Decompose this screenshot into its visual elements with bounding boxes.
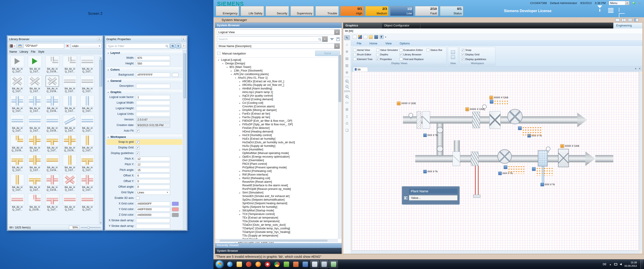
library-item[interactable]: BA_Air_H Q_1\STA...	[61, 134, 78, 154]
library-item[interactable]: BA_Air_H Q_1\ST...	[61, 95, 78, 114]
tree-item[interactable]: SpDhu [Setpoint dehumidification]	[215, 198, 342, 202]
property-input[interactable]: #40FF0000	[136, 207, 170, 212]
comment-tool[interactable]: ❏	[344, 128, 350, 133]
alarm-category-button[interactable]: Supervisory	[290, 6, 314, 16]
property-input[interactable]: 0	[136, 179, 170, 184]
alarm-category-button[interactable]: Life Safety	[241, 6, 264, 16]
ribbon-checkbox[interactable]: Properties	[376, 58, 400, 60]
checkbox-icon[interactable]	[462, 49, 464, 51]
property-input[interactable]: 12	[136, 162, 170, 167]
datapoint-unit-label[interactable]: #### # Unit	[397, 102, 416, 105]
hvac-symbol[interactable]	[507, 109, 522, 124]
ribbon-checkbox[interactable]: Library Browser	[400, 53, 426, 56]
library-item[interactable]: BA_Air_H Q_1\STA...	[44, 75, 61, 95]
library-item[interactable]: BA_Air_H Q_1\ST...	[26, 154, 44, 174]
property-input[interactable]	[136, 84, 170, 88]
tree-expand-icon[interactable]	[234, 76, 237, 80]
section-header-workspace[interactable]: Workspace	[106, 134, 182, 139]
library-item[interactable]: BA_Air_H Q_1\STA...	[44, 95, 61, 114]
library-source-button[interactable]: ▼	[8, 43, 16, 49]
zoom-in-tool[interactable]: +	[346, 80, 348, 82]
tree-item[interactable]: AlmLmp1 [Alarm lamp 1]	[215, 90, 342, 94]
hvac-symbol[interactable]	[408, 113, 413, 117]
library-scrollbar[interactable]: ▲ ▼	[99, 56, 102, 224]
property-input[interactable]: 0	[136, 185, 170, 189]
pointer-tool-icon[interactable]	[380, 35, 384, 39]
color-swatch[interactable]	[172, 73, 179, 77]
scrollbar-thumb[interactable]	[184, 53, 186, 98]
page-setup-tool[interactable]: ▯	[344, 114, 350, 119]
property-input[interactable]	[136, 101, 170, 105]
library-item[interactable]: BA_Air_H Q_1\ST...	[44, 193, 61, 213]
taskbar-app-icon[interactable]	[263, 261, 272, 268]
checkbox-icon[interactable]	[400, 53, 402, 56]
hvac-symbol[interactable]	[558, 149, 569, 167]
print-tool[interactable]: ⎙	[344, 121, 350, 126]
hvac-symbol[interactable]	[475, 166, 478, 195]
section-header-colors[interactable]: Colors	[106, 67, 182, 72]
taskbar-app-icon[interactable]	[244, 261, 253, 268]
library-item[interactable]: BA_Air_H Q_1\STA...	[8, 134, 26, 154]
tree-item[interactable]: 13th_Floor [Stockwerk]	[215, 69, 342, 72]
library-item[interactable]: BA_Air_H Q_1\ST...	[26, 134, 44, 154]
property-checkbox[interactable]	[136, 196, 140, 200]
tree-item[interactable]: PltCtl [Plant control]	[215, 162, 342, 166]
show-desktop-button[interactable]	[640, 260, 643, 269]
tree-item[interactable]: SttUpMod [Startup mode]	[215, 209, 342, 212]
tree-item[interactable]: AlmBdl [Alarm bundling]	[215, 87, 342, 90]
property-input[interactable]: Lines	[136, 190, 170, 195]
keyboard-layout[interactable]: DE	[603, 263, 606, 266]
tab-list-icon[interactable]: ▾	[635, 67, 636, 70]
property-input[interactable]	[136, 218, 170, 223]
graphic-canvas[interactable]: #### # Unit #### # Unit #### # Unit ####…	[352, 71, 639, 251]
graphic-properties-titlebar[interactable]: Graphic Properties ✕	[105, 36, 187, 42]
property-checkbox[interactable]	[136, 140, 140, 144]
send-button[interactable]: Send	[315, 51, 340, 56]
checkbox-icon[interactable]	[462, 58, 464, 60]
event-list-icon[interactable]	[608, 8, 614, 13]
ribbon-checkbox[interactable]: Depths	[376, 53, 400, 56]
alarm-category-button[interactable]: 0/1 Status	[440, 6, 463, 16]
tree-item[interactable]: TEx [Extract air temperature]	[215, 216, 342, 220]
scrollbar-thumb[interactable]	[100, 60, 102, 86]
library-item[interactable]: BA_Air_H Q_1\STA...	[26, 193, 44, 213]
library-item[interactable]: BA_Air_H Q_1\ST...	[78, 55, 96, 75]
plant-name-widget[interactable]: Plant Name Value...	[402, 186, 460, 205]
library-item[interactable]: BA_Air_H Q_1\ST...	[8, 114, 26, 134]
display-mode-selector[interactable]: Show Name [Description] ▼	[217, 43, 340, 49]
property-input[interactable]	[136, 224, 170, 229]
tree-item[interactable]: Hum [Humidifier]	[215, 148, 342, 151]
tree-search-input[interactable]: Search ▼	[217, 36, 328, 42]
hvac-symbol[interactable]	[422, 111, 430, 129]
checkbox-icon[interactable]	[353, 53, 356, 56]
filter-icon[interactable]	[330, 38, 334, 40]
save-search-icon[interactable]	[336, 37, 340, 41]
property-input[interactable]	[136, 106, 170, 111]
layout-split-icon[interactable]	[628, 18, 632, 21]
library-item[interactable]: BA_Air_H Q_1\ST...	[8, 154, 26, 174]
scrollbar-thumb[interactable]	[220, 240, 328, 242]
library-item[interactable]: BA_Air_H Q_1\ST...	[61, 55, 78, 75]
tree-item[interactable]: Ovrr [Overridden]	[215, 159, 342, 162]
property-input[interactable]: #FFFFFFFF	[136, 73, 170, 77]
tab-graphics[interactable]: Graphics	[343, 23, 382, 28]
close-icon[interactable]: ✕	[97, 37, 101, 41]
hvac-symbol[interactable]	[473, 195, 480, 198]
hvac-symbol[interactable]	[546, 147, 550, 151]
library-item[interactable]: BA_Air_H Q_1\ST...	[78, 193, 96, 213]
property-checkbox[interactable]	[136, 146, 140, 149]
zoom-slider-knob[interactable]	[87, 226, 90, 229]
tree-item[interactable]: SpHu [Setpoint for humidity]	[215, 205, 342, 209]
open-icon[interactable]	[369, 35, 373, 39]
close-tab-icon[interactable]: ✕	[638, 67, 641, 70]
library-item[interactable]: BA_Air_H Q_1\ST...	[44, 134, 61, 154]
taskbar-app-icon[interactable]	[320, 261, 328, 268]
datapoint-cluster[interactable]	[494, 100, 508, 105]
close-icon[interactable]: ✕	[181, 37, 186, 41]
property-input[interactable]	[136, 112, 170, 116]
ribbon-checkbox[interactable]: Display Grid	[462, 53, 480, 56]
new-document-tool[interactable]: ⊕	[344, 49, 350, 54]
taskbar-app-icon[interactable]	[301, 261, 310, 268]
tree-item[interactable]: Logical [Logical]	[215, 58, 342, 62]
new-document-icon[interactable]	[353, 35, 357, 39]
